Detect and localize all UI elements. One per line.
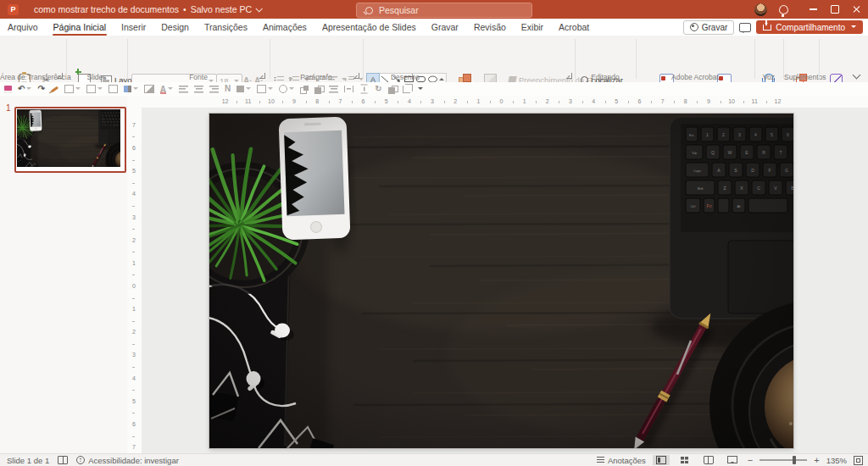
zoom-slider[interactable] <box>760 459 807 461</box>
zoom-in-button[interactable]: + <box>814 455 819 465</box>
document-title[interactable]: como mostrar trecho de documentos • Salv… <box>34 4 261 14</box>
v-ruler-number: 2 <box>129 329 139 335</box>
v-ruler-number: 6 <box>129 145 139 151</box>
search-box[interactable]: Pesquisar <box>356 3 532 18</box>
slide-counter: Slide 1 de 1 <box>7 456 49 465</box>
bold-icon[interactable]: N <box>225 84 231 94</box>
align-objects-icon[interactable] <box>329 84 338 94</box>
document-name: como mostrar trecho de documentos <box>34 4 179 14</box>
share-icon <box>763 25 771 31</box>
fit-to-window-icon[interactable] <box>854 456 863 465</box>
distribute-horizontal-icon[interactable] <box>344 84 353 94</box>
user-avatar[interactable] <box>754 3 767 16</box>
h-ruler-number: 7 <box>335 98 345 104</box>
tab-acrobat[interactable]: Acrobat <box>551 19 597 36</box>
v-ruler-number: 6 <box>129 421 139 427</box>
zoom-out-button[interactable]: − <box>748 455 753 465</box>
tab-animacoes[interactable]: Animações <box>255 19 314 36</box>
align-left-icon[interactable] <box>179 84 188 94</box>
drawing-dialog-launcher[interactable] <box>566 73 572 79</box>
maximize-button[interactable] <box>824 0 846 19</box>
tab-pagina-inicial[interactable]: Página Inicial <box>46 19 114 36</box>
record-button[interactable]: Gravar <box>683 20 735 35</box>
group-objects-icon[interactable] <box>388 84 397 94</box>
normal-view-button[interactable] <box>653 455 670 465</box>
h-ruler-number: 2 <box>542 98 553 104</box>
tab-design[interactable]: Design <box>153 19 197 36</box>
normal-view-icon <box>656 456 666 464</box>
crop-icon[interactable] <box>403 84 410 94</box>
collapse-ribbon-icon[interactable] <box>853 71 861 80</box>
accessibility-status[interactable]: Acessibilidade: investigar <box>76 456 179 465</box>
notes-icon <box>597 457 604 463</box>
v-ruler-number: 2 <box>129 237 139 243</box>
bring-forward-icon[interactable] <box>300 84 309 94</box>
share-button[interactable]: Compartilhamento <box>756 20 863 34</box>
tab-gravar[interactable]: Gravar <box>424 19 466 36</box>
shape-effects-icon[interactable] <box>279 84 294 94</box>
slide-thumbnail[interactable] <box>14 107 126 173</box>
font-color-icon[interactable]: A <box>160 84 173 94</box>
format-painter-icon[interactable] <box>51 84 58 94</box>
rotate-objects-icon[interactable]: ↻ <box>375 84 381 94</box>
slide-sorter-view-button[interactable] <box>676 455 693 465</box>
tab-transicoes[interactable]: Transições <box>197 19 255 36</box>
theme-colors-icon[interactable] <box>124 84 138 94</box>
shape-outline-icon[interactable] <box>257 84 273 94</box>
align-center-icon[interactable] <box>194 84 203 94</box>
h-ruler-number: 12 <box>220 98 231 104</box>
editor-canvas[interactable] <box>142 108 868 454</box>
slideshow-icon <box>727 456 737 463</box>
powerpoint-logo-icon[interactable]: P <box>8 4 19 15</box>
distribute-vertical-icon[interactable] <box>359 84 369 94</box>
search-placeholder: Pesquisar <box>379 5 419 15</box>
h-ruler-number: 7 <box>658 98 668 104</box>
bulb-icon[interactable] <box>779 5 788 14</box>
tab-arquivo[interactable]: Arquivo <box>0 19 46 36</box>
comments-button[interactable] <box>739 23 751 32</box>
tab-revisao[interactable]: Revisão <box>466 19 514 36</box>
send-backward-icon[interactable] <box>314 84 323 94</box>
slide-thumbnail-panel: 1 <box>0 96 128 454</box>
h-ruler-number: 11 <box>749 98 760 104</box>
zoom-level[interactable]: 135% <box>826 456 847 465</box>
tab-apresentacao-de-slides[interactable]: Apresentação de Slides <box>314 19 424 36</box>
slide-sorter-icon <box>681 457 688 463</box>
v-ruler-number: 0 <box>129 283 139 289</box>
chevron-down-icon <box>851 25 856 31</box>
more-commands-icon[interactable] <box>416 84 423 94</box>
insert-picture-icon[interactable] <box>144 84 154 94</box>
h-ruler-number: 6 <box>359 98 369 104</box>
text-box-icon[interactable] <box>108 84 118 94</box>
undo-icon[interactable]: ↶ <box>18 84 31 94</box>
notes-button[interactable]: Anotações <box>597 456 646 465</box>
record-label: Gravar <box>702 23 728 32</box>
chevron-down-icon <box>256 5 263 12</box>
h-ruler-number: 8 <box>681 98 691 104</box>
shape-fill-icon[interactable] <box>236 84 251 94</box>
powerpoint-window: Esc123456TabQWERTCapsASDFGShiftZXCVBCtrl… <box>0 0 868 466</box>
v-ruler-number: 1 <box>129 306 139 312</box>
tab-inserir[interactable]: Inserir <box>114 19 153 36</box>
v-ruler-number: 5 <box>129 398 139 404</box>
new-slide-icon[interactable] <box>64 84 81 94</box>
reading-view-button[interactable] <box>700 455 717 465</box>
search-icon <box>365 7 373 14</box>
record-icon <box>690 23 698 31</box>
minimize-button[interactable] <box>802 0 824 19</box>
slide-canvas[interactable] <box>209 114 793 448</box>
zoom-slider-thumb[interactable] <box>793 456 796 464</box>
tab-exibir[interactable]: Exibir <box>514 19 551 36</box>
save-icon[interactable] <box>4 84 12 94</box>
ribbon: Colar ✂ Área de Transferência Novo Slide… <box>0 36 868 83</box>
slideshow-button[interactable] <box>724 455 741 465</box>
h-ruler-number: 2 <box>450 98 460 104</box>
v-ruler: 765432101234567 <box>127 108 142 454</box>
notes-page-icon[interactable] <box>58 456 68 464</box>
close-icon <box>853 5 861 14</box>
redo-icon[interactable]: ↷ <box>37 84 44 94</box>
align-right-icon[interactable] <box>209 84 219 94</box>
h-ruler-number: 1 <box>473 98 483 104</box>
layout-icon[interactable] <box>86 84 103 94</box>
close-button[interactable] <box>846 0 868 19</box>
